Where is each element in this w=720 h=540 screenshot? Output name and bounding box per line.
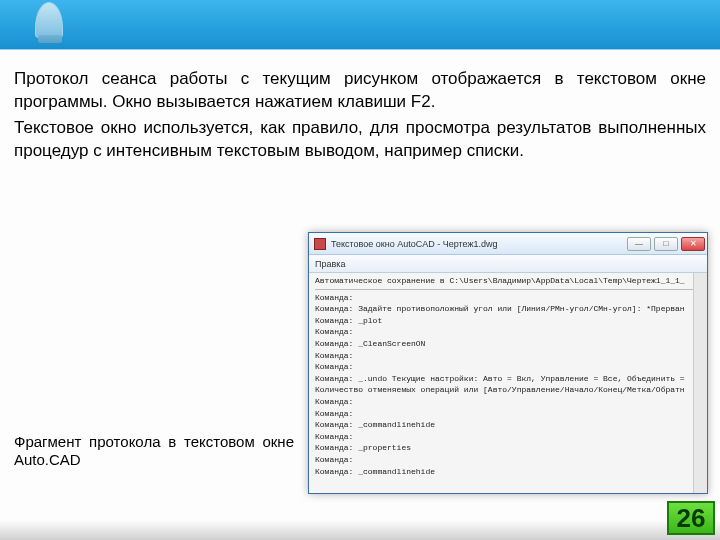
console-line: Команда: Задайте противоположный угол ил… <box>315 303 701 315</box>
header-bar <box>0 0 720 50</box>
console-line: Команда: <box>315 431 701 443</box>
console-line: Команда: _.undo Текущие настройки: Авто … <box>315 373 701 385</box>
vertical-scrollbar[interactable] <box>693 273 707 493</box>
console-line: Команда: _commandlinehide <box>315 419 701 431</box>
close-button[interactable]: ✕ <box>681 237 705 251</box>
logo <box>35 2 67 50</box>
app-icon <box>314 238 326 250</box>
console-line: Команда: <box>315 396 701 408</box>
bottom-shadow <box>0 520 720 540</box>
caption-text: Фрагмент протокола в текстовом окне Auto… <box>14 433 294 471</box>
console-line: Автоматическое сохранение в C:\Users\Вла… <box>315 275 701 290</box>
console-line: Команда: <box>315 361 701 373</box>
minimize-button[interactable]: — <box>627 237 651 251</box>
console-line: Команда: _commandlinehide <box>315 466 701 478</box>
console-line: Команда: <box>315 350 701 362</box>
paragraph-2: Текстовое окно используется, как правило… <box>14 117 706 163</box>
logo-shape <box>35 2 63 38</box>
console-line: Команда: _CleanScreenON <box>315 338 701 350</box>
console-line: Команда: _properties <box>315 442 701 454</box>
console-area: Автоматическое сохранение в C:\Users\Вла… <box>309 273 707 493</box>
window-controls: — □ ✕ <box>627 237 705 251</box>
menu-edit[interactable]: Правка <box>315 259 345 269</box>
maximize-button[interactable]: □ <box>654 237 678 251</box>
console-line: Команда: <box>315 326 701 338</box>
slide-content: Протокол сеанса работы с текущим рисунко… <box>0 50 720 163</box>
paragraph-1: Протокол сеанса работы с текущим рисунко… <box>14 68 706 114</box>
console-line: Команда: <box>315 292 701 304</box>
title-bar: Текстовое окно AutoCAD - Чертеж1.dwg — □… <box>309 233 707 255</box>
console-line: Команда: <box>315 408 701 420</box>
autocad-text-window: Текстовое окно AutoCAD - Чертеж1.dwg — □… <box>308 232 708 494</box>
window-title: Текстовое окно AutoCAD - Чертеж1.dwg <box>331 239 627 249</box>
console-line: Количество отменяемых операций или [Авто… <box>315 384 701 396</box>
menu-bar: Правка <box>309 255 707 273</box>
page-number: 26 <box>667 501 715 535</box>
console-line: Команда: <box>315 454 701 466</box>
console-line: Команда: _plot <box>315 315 701 327</box>
